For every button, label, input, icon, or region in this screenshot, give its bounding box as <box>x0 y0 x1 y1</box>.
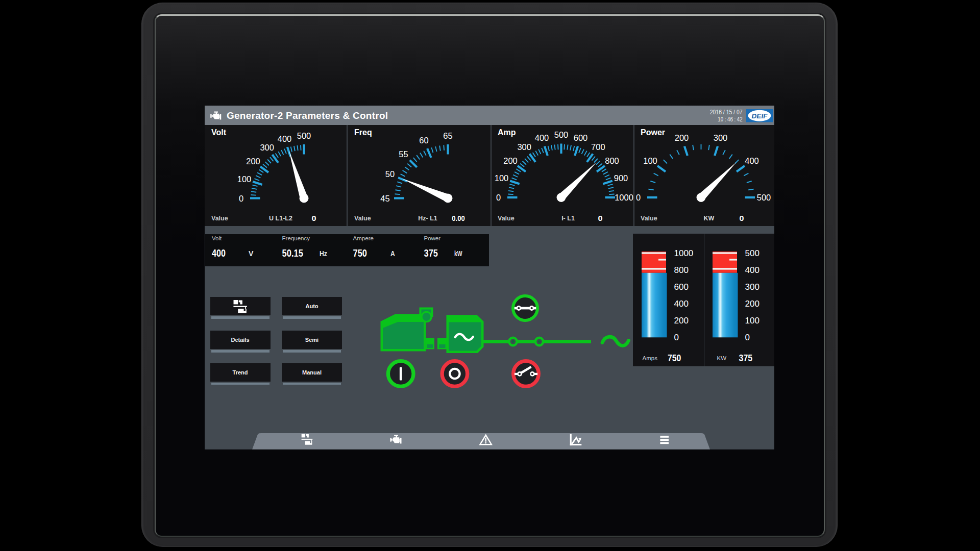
svg-text:DEIF: DEIF <box>752 112 768 120</box>
svg-text:800: 800 <box>605 156 619 165</box>
svg-text:500: 500 <box>554 130 569 139</box>
svg-text:Value: Value <box>641 215 657 222</box>
svg-text:U L1-L2: U L1-L2 <box>269 215 292 222</box>
svg-text:100: 100 <box>495 173 509 183</box>
svg-text:100: 100 <box>745 316 760 325</box>
svg-text:1000: 1000 <box>674 248 694 258</box>
svg-text:100: 100 <box>237 174 252 184</box>
svg-text:0: 0 <box>496 193 501 202</box>
svg-text:2016 / 15 / 07: 2016 / 15 / 07 <box>710 109 743 116</box>
svg-text:300: 300 <box>745 282 760 292</box>
svg-text:65: 65 <box>443 131 452 140</box>
svg-text:300: 300 <box>714 133 728 142</box>
svg-text:600: 600 <box>674 282 689 292</box>
svg-text:800: 800 <box>674 265 689 275</box>
svg-text:I- L1: I- L1 <box>561 215 575 222</box>
svg-text:0: 0 <box>636 193 641 202</box>
svg-text:400: 400 <box>278 134 292 143</box>
svg-text:Hz- L1: Hz- L1 <box>418 215 437 222</box>
svg-text:0.00: 0.00 <box>452 214 465 222</box>
svg-text:400: 400 <box>674 299 689 309</box>
svg-text:0: 0 <box>598 214 603 222</box>
svg-text:200: 200 <box>503 156 518 165</box>
svg-text:900: 900 <box>614 173 628 183</box>
svg-text:V: V <box>249 249 254 258</box>
svg-text:50: 50 <box>385 169 395 179</box>
svg-text:400: 400 <box>745 156 759 165</box>
svg-text:Amps: Amps <box>643 355 658 361</box>
svg-text:200: 200 <box>674 316 689 325</box>
svg-text:0: 0 <box>745 333 750 342</box>
svg-text:400: 400 <box>745 265 760 275</box>
svg-text:55: 55 <box>399 149 408 159</box>
svg-text:300: 300 <box>260 143 274 152</box>
svg-text:Freq: Freq <box>354 128 372 137</box>
svg-text:0: 0 <box>740 214 744 222</box>
svg-text:Value: Value <box>211 215 228 222</box>
svg-text:700: 700 <box>591 142 605 152</box>
svg-text:300: 300 <box>517 142 531 152</box>
svg-text:500: 500 <box>757 193 771 202</box>
svg-text:0: 0 <box>674 333 679 342</box>
svg-text:0: 0 <box>239 194 243 203</box>
svg-text:1000: 1000 <box>615 193 633 202</box>
svg-text:Power: Power <box>641 128 665 137</box>
svg-text:Power: Power <box>424 235 441 241</box>
svg-text:Value: Value <box>498 215 514 222</box>
svg-text:kW: kW <box>454 249 462 258</box>
svg-text:Value: Value <box>354 215 371 222</box>
svg-text:500: 500 <box>745 248 760 258</box>
svg-text:Amp: Amp <box>498 128 516 137</box>
svg-text:Frequency: Frequency <box>282 235 310 241</box>
svg-text:10 : 46 : 42: 10 : 46 : 42 <box>718 116 742 123</box>
svg-text:400: 400 <box>535 133 549 142</box>
svg-text:0: 0 <box>312 214 316 222</box>
svg-text:400: 400 <box>212 247 226 259</box>
svg-text:200: 200 <box>675 133 689 142</box>
svg-text:KW: KW <box>704 215 715 222</box>
svg-text:600: 600 <box>574 133 588 142</box>
svg-text:750: 750 <box>668 353 681 363</box>
svg-text:60: 60 <box>419 136 428 145</box>
svg-text:375: 375 <box>424 247 438 259</box>
svg-text:200: 200 <box>745 299 760 309</box>
svg-text:Volt: Volt <box>212 235 222 241</box>
svg-text:50.15: 50.15 <box>282 247 303 259</box>
svg-text:Ampere: Ampere <box>353 235 374 241</box>
svg-text:Hz: Hz <box>320 249 327 258</box>
svg-text:375: 375 <box>739 353 753 363</box>
svg-text:45: 45 <box>380 194 389 203</box>
svg-text:A: A <box>390 249 395 258</box>
svg-text:750: 750 <box>353 247 367 259</box>
svg-text:KW: KW <box>717 355 727 361</box>
svg-text:200: 200 <box>246 157 260 166</box>
svg-text:Volt: Volt <box>211 128 227 137</box>
svg-text:500: 500 <box>297 131 311 140</box>
svg-text:100: 100 <box>643 156 657 165</box>
